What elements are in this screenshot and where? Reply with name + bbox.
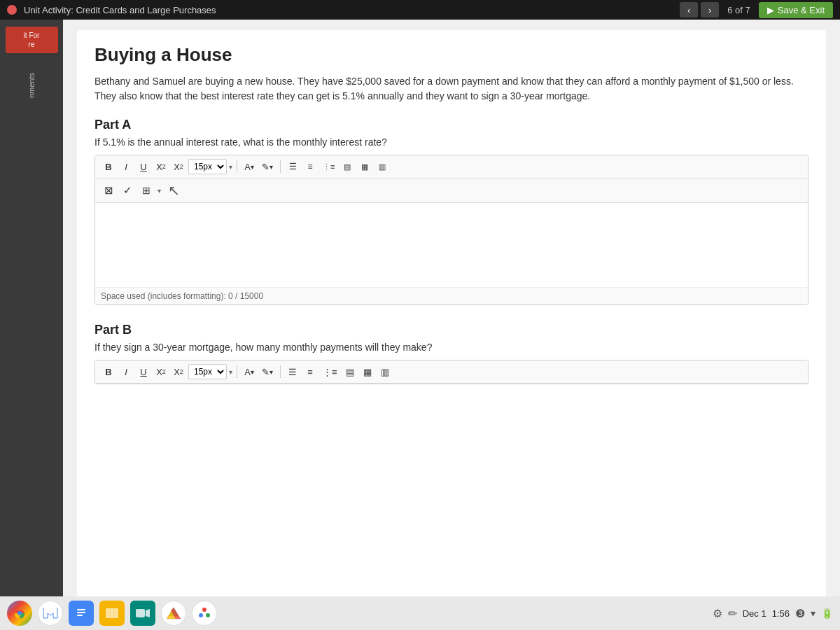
page-title: Buying a House [94,44,808,66]
part-a-toolbar: B I U X2 X2 15px 12px 14px 18px 24px ▾ [95,155,808,178]
part-b-ordered-list-button[interactable]: ≡ [302,364,318,379]
part-b-question: If they sign a 30-year mortgage, how man… [94,342,808,353]
sidebar-line2: re [11,40,52,49]
part-a-space-used: Space used (includes formatting): 0 / 15… [95,287,808,304]
part-a-question: If 5.1% is the annual interest rate, wha… [94,136,808,148]
page-count: 6 of 7 [727,5,750,15]
highlight-button[interactable]: ✎▾ [259,159,276,174]
align-left-button[interactable]: ▤ [340,159,355,174]
taskbar-settings-icon: ⚙ [713,607,722,620]
intro-text: Bethany and Samuel are buying a new hous… [94,74,808,104]
taskbar-edit-icon: ✏ [728,607,737,620]
subscript-button[interactable]: X2 [171,159,186,174]
page-separator: of [735,5,743,15]
formula-button[interactable]: ✓ [120,183,135,198]
toolbar-separator-2 [280,160,281,173]
part-b-toolbar: B I U X2 X2 15px 12px 14px 18px 24px ▾ [95,360,808,384]
part-b-unordered-list-button[interactable]: ☰ [285,364,300,379]
taskbar-meet-icon[interactable] [130,601,155,626]
part-b-align-left-button[interactable]: ▤ [342,364,358,379]
svg-rect-8 [106,608,118,618]
part-b-font-color-button[interactable]: A ▾ [241,364,257,379]
taskbar-photos-icon[interactable] [192,601,217,626]
part-a-title: Part A [94,118,808,132]
part-b-font-size-select[interactable]: 15px 12px 14px 18px 24px [188,364,227,379]
top-bar-right: ‹ › 6 of 7 ▶ Save & Exit [680,2,833,18]
superscript-button[interactable]: X2 [153,159,169,174]
part-b-subscript-button[interactable]: X2 [171,364,186,379]
svg-point-16 [202,608,206,612]
part-b-indent-button[interactable]: ⋮≡ [320,364,340,379]
taskbar-slides-icon[interactable] [99,601,125,626]
part-b-section: Part B If they sign a 30-year mortgage, … [94,323,808,384]
part-b-highlight-button[interactable]: ✎▾ [259,364,276,379]
font-color-button[interactable]: A ▾ [241,159,257,174]
taskbar-wifi-icon: ▾ [811,608,816,619]
part-b-superscript-button[interactable]: X2 [153,364,169,379]
taskbar-date: Dec 1 [743,608,766,619]
underline-button[interactable]: U [136,159,151,174]
svg-point-1 [18,611,22,615]
svg-rect-6 [77,615,83,616]
align-center-button[interactable]: ▦ [357,159,372,174]
page-current: 6 [727,5,732,15]
main-layout: it For re nments Buying a House Bethany … [0,20,840,630]
indent-button[interactable]: ⋮≡ [320,159,337,174]
part-b-editor: B I U X2 X2 15px 12px 14px 18px 24px ▾ [94,360,808,384]
taskbar-settings2-icon: ❸ [795,607,805,620]
part-b-align-center-button[interactable]: ▦ [360,364,375,379]
taskbar-time: 1:56 [772,608,790,619]
part-b-align-right-button[interactable]: ▥ [377,364,393,379]
comments-label: nments [27,73,36,98]
left-sidebar: it For re nments [0,20,63,630]
part-b-bold-button[interactable]: B [101,364,116,379]
part-b-title: Part B [94,323,808,337]
part-a-editor-body[interactable] [95,203,808,287]
content-panel: Buying a House Bethany and Samuel are bu… [77,30,826,620]
nav-arrows: ‹ › [680,2,719,18]
svg-rect-4 [77,609,85,610]
top-bar-left: Unit Activity: Credit Cards and Large Pu… [7,5,216,15]
part-a-section: Part A If 5.1% is the annual interest ra… [94,118,808,305]
image-button[interactable]: ⊠ [101,183,116,198]
taskbar: ⚙ ✏ Dec 1 1:56 ❸ ▾ 🔋 [0,596,840,630]
taskbar-chrome-icon[interactable] [7,601,32,626]
table-dropdown-arrow: ▾ [158,187,161,195]
save-exit-button[interactable]: ▶ Save & Exit [759,2,833,18]
table-button[interactable]: ⊞ [139,183,154,198]
svg-point-17 [206,613,210,617]
close-button[interactable] [7,5,17,15]
nav-next-button[interactable]: › [701,2,719,18]
font-size-select[interactable]: 15px 12px 14px 18px 24px [188,159,227,174]
page-total: 7 [746,5,750,15]
part-b-toolbar-separator-2 [280,365,281,378]
taskbar-drive-icon[interactable] [161,601,186,626]
svg-rect-5 [77,612,85,613]
part-b-toolbar-separator-1 [237,365,237,378]
activity-title: Unit Activity: Credit Cards and Large Pu… [24,5,216,15]
taskbar-right: ⚙ ✏ Dec 1 1:56 ❸ ▾ 🔋 [713,607,833,620]
save-exit-icon: ▶ [767,5,774,15]
save-exit-label: Save & Exit [778,5,825,15]
nav-prev-button[interactable]: ‹ [680,2,698,18]
part-a-toolbar-row2: ⊠ ✓ ⊞ ▾ ↖ [95,178,808,203]
italic-button[interactable]: I [118,159,134,174]
part-b-font-size-dropdown-arrow: ▾ [229,368,232,376]
unordered-list-button[interactable]: ☰ [285,159,300,174]
taskbar-gmail-icon[interactable] [38,601,63,626]
part-b-italic-button[interactable]: I [118,364,134,379]
font-size-dropdown-arrow: ▾ [229,163,232,171]
align-right-button[interactable]: ▥ [374,159,390,174]
taskbar-battery-icon: 🔋 [821,608,833,619]
svg-point-18 [199,613,203,617]
part-b-underline-button[interactable]: U [136,364,151,379]
cursor-pointer: ↖ [168,182,180,199]
ordered-list-button[interactable]: ≡ [302,159,318,174]
taskbar-docs-icon[interactable] [69,601,94,626]
part-a-editor: B I U X2 X2 15px 12px 14px 18px 24px ▾ [94,155,808,305]
sidebar-red-button[interactable]: it For re [6,27,58,53]
svg-rect-10 [136,609,145,617]
bold-button[interactable]: B [101,159,116,174]
toolbar-separator-1 [237,160,237,173]
content-area: Buying a House Bethany and Samuel are bu… [63,20,840,630]
